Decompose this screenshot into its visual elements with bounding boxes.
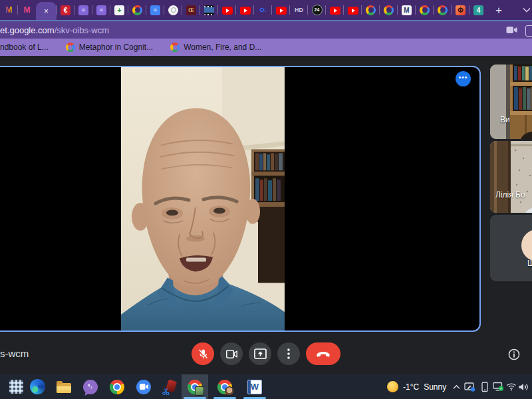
self-video-preview (490, 65, 532, 139)
taskbar-word-document-button[interactable]: W (241, 374, 268, 399)
microphone-muted-button[interactable] (192, 342, 214, 365)
tab-phi-favicon: Ф (456, 5, 466, 15)
tab-youtube-5[interactable] (344, 0, 362, 20)
participant-tile-self[interactable]: Ви (490, 65, 532, 139)
tab-white-circle-favicon (168, 5, 178, 15)
tab-google-5[interactable] (434, 0, 452, 20)
new-tab-button[interactable]: + (495, 5, 502, 16)
tab-purple-list-1[interactable]: ≡ (74, 0, 92, 20)
tab-phi[interactable]: Ф (452, 0, 469, 20)
tab-active-meet[interactable]: × (36, 2, 57, 20)
bookmarks-bar: ndbook of L...Metaphor in Cognit...Women… (0, 39, 532, 56)
more-options-button[interactable] (277, 342, 300, 365)
taskbar-zoom-button[interactable] (132, 374, 155, 399)
tab-hd[interactable]: HD (290, 0, 308, 20)
present-screen-button[interactable] (249, 342, 271, 365)
tab-youtube-2[interactable] (236, 0, 254, 20)
tab-youtube-1[interactable] (218, 0, 236, 20)
tab-docs[interactable]: ≡ (146, 0, 164, 20)
main-speaker-tile[interactable]: ••• (0, 66, 481, 332)
tab-crest[interactable]: Œ (182, 0, 200, 20)
tab-google-3-favicon (384, 5, 394, 15)
tray-phone-link[interactable] (478, 374, 491, 399)
edge-icon (30, 379, 45, 394)
tab-24[interactable]: 24 (308, 0, 326, 20)
url-domain: et.google.com (0, 25, 55, 35)
lilia-video-preview (490, 141, 532, 213)
tab-youtube-4[interactable] (326, 0, 344, 20)
toolbar-edge-icon[interactable] (525, 25, 532, 37)
bookmark-label: Women, Fire, and D... (184, 43, 261, 52)
tab-camera-in-use-icon[interactable] (506, 26, 517, 34)
tab-hd-favicon: HD (294, 5, 304, 15)
tab-olx[interactable]: O: (254, 0, 272, 20)
tab-google-2-favicon (366, 5, 376, 15)
taskbar-chrome-button[interactable] (106, 374, 128, 399)
taskbar-chrome-meet-window-button[interactable] (182, 374, 208, 399)
url-path: /skv-oibs-wcm (55, 25, 109, 35)
tab-youtube-4-favicon (330, 7, 340, 15)
tab-google-5-favicon (438, 5, 448, 15)
tab-google-4[interactable] (416, 0, 434, 20)
taskbar-viber-button[interactable] (79, 374, 102, 399)
tray-tablet-pen[interactable] (463, 374, 476, 399)
speaker-video-illustration (121, 67, 285, 331)
tab-google-1[interactable] (128, 0, 146, 20)
tab-strip: MM×€≡≡+≡ŒO:HD24MФ4+ (0, 0, 532, 20)
camera-button[interactable] (220, 342, 243, 365)
bookmark-item-2[interactable]: Women, Fire, and D... (170, 43, 261, 52)
weather-widget[interactable]: -1°C Sunny (387, 374, 446, 399)
participant-tile-sh[interactable]: Ш (490, 215, 532, 281)
bookmark-label: ndbook of L... (0, 43, 49, 52)
taskbar-capture-app-button[interactable] (159, 374, 182, 399)
tab-youtube-5-favicon (348, 7, 358, 15)
tab-filmstrip[interactable] (200, 0, 218, 20)
info-icon[interactable] (508, 348, 520, 360)
weather-temp: -1°C (403, 382, 419, 392)
zoom-icon (136, 380, 151, 394)
taskbar-chrome-profile-window-button[interactable] (211, 374, 238, 399)
tab-google-2[interactable] (362, 0, 380, 20)
weather-condition: Sunny (424, 382, 446, 392)
tab-purple-list-2[interactable]: ≡ (92, 0, 110, 20)
tab-youtube-3[interactable] (272, 0, 290, 20)
tab-euro-site-favicon: € (61, 5, 70, 15)
tab-four-favicon: 4 (473, 5, 483, 15)
tab-gmail-favicon: M (4, 5, 14, 15)
tab-youtube-2-favicon (240, 7, 251, 15)
taskbar-app-grid-button[interactable] (5, 374, 27, 399)
chrome-icon (110, 380, 124, 394)
participant-tile-lilia[interactable]: Лілія Бо (490, 141, 532, 213)
capture-app-icon (163, 380, 178, 394)
tray-hidden-icons-chevron[interactable] (450, 374, 463, 399)
tile-more-options-button[interactable]: ••• (456, 71, 471, 86)
tray-wifi[interactable] (505, 374, 518, 399)
url-text[interactable]: et.google.com/skv-oibs-wcm (0, 25, 109, 35)
tab-green-cross[interactable]: + (110, 0, 128, 20)
tray-display-security[interactable] (491, 374, 505, 399)
tab-google-3[interactable] (380, 0, 398, 20)
google-favicon-icon (170, 43, 180, 52)
meet-bottom-bar: s-wcm (0, 332, 532, 374)
tab-gmail[interactable]: M (0, 0, 18, 20)
taskbar-file-explorer-button[interactable] (53, 374, 75, 399)
taskbar-edge-button[interactable] (26, 374, 49, 399)
participant-name-lilia: Лілія Бо (495, 190, 525, 200)
participant-name-sh: Ш (527, 259, 532, 268)
tab-gmail-alt-favicon: M (22, 5, 32, 15)
tab-google-1-favicon (132, 5, 142, 15)
tab-white-circle[interactable] (164, 0, 182, 20)
tab-dictionary[interactable]: M (398, 0, 416, 20)
tab-gmail-alt[interactable]: M (18, 0, 36, 20)
tab-search-chevron-icon[interactable] (523, 7, 531, 13)
tab-24-favicon: 24 (312, 5, 323, 15)
tray-volume[interactable] (517, 374, 530, 399)
tab-euro-site[interactable]: € (57, 0, 74, 20)
tab-close-icon[interactable]: × (44, 7, 49, 15)
bookmark-item-0[interactable]: ndbook of L... (0, 43, 49, 52)
window-preview-overlay (225, 386, 234, 396)
tab-four[interactable]: 4 (469, 0, 487, 20)
address-bar[interactable]: et.google.com/skv-oibs-wcm (0, 20, 532, 39)
end-call-button[interactable] (306, 342, 340, 365)
bookmark-item-1[interactable]: Metaphor in Cognit... (66, 43, 153, 52)
